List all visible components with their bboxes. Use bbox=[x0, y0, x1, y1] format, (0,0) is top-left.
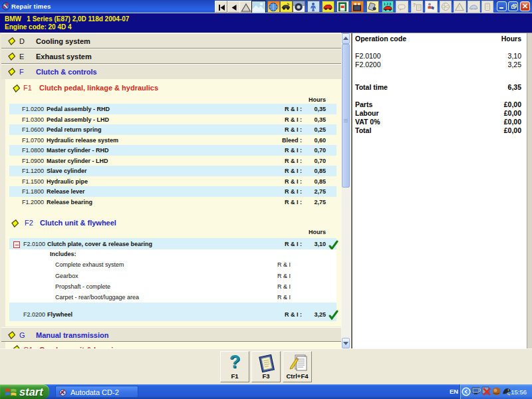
svg-text:1 2 3: 1 2 3 bbox=[384, 2, 391, 6]
svg-text:?: ? bbox=[412, 2, 416, 8]
svg-text:!: ! bbox=[458, 5, 460, 10]
